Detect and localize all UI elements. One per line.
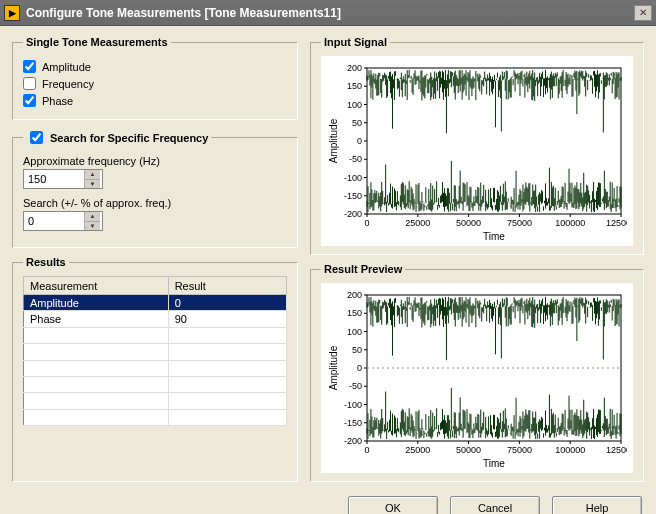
svg-text:100000: 100000 [555, 218, 585, 228]
table-row[interactable] [24, 327, 287, 343]
close-button[interactable]: ✕ [634, 5, 652, 21]
search-freq-legend: Search for Specific Frequency [23, 128, 211, 147]
cell-measurement [24, 344, 169, 360]
search-pct-input[interactable] [24, 212, 84, 230]
cell-measurement [24, 327, 169, 343]
search-pct-down[interactable]: ▼ [84, 222, 100, 231]
approx-freq-up[interactable]: ▲ [84, 170, 100, 180]
titlebar: ▶ Configure Tone Measurements [Tone Meas… [0, 0, 656, 26]
input-signal-chart: -200-150-100-500501001502000250005000075… [321, 56, 633, 246]
approx-freq-down[interactable]: ▼ [84, 180, 100, 189]
svg-text:0: 0 [357, 136, 362, 146]
svg-text:0: 0 [364, 218, 369, 228]
svg-text:25000: 25000 [405, 218, 430, 228]
help-button[interactable]: Help [552, 496, 642, 514]
svg-text:Time: Time [483, 231, 505, 242]
svg-text:100: 100 [347, 327, 362, 337]
search-pct-field[interactable]: ▲ ▼ [23, 211, 103, 231]
cell-result: 0 [168, 295, 286, 311]
svg-text:Amplitude: Amplitude [328, 345, 339, 390]
cell-result [168, 360, 286, 376]
search-freq-checkbox[interactable] [30, 131, 43, 144]
search-freq-title: Search for Specific Frequency [50, 132, 208, 144]
svg-text:125000: 125000 [606, 218, 627, 228]
svg-text:-200: -200 [344, 436, 362, 446]
svg-text:0: 0 [357, 363, 362, 373]
svg-text:50: 50 [352, 345, 362, 355]
svg-text:75000: 75000 [507, 445, 532, 455]
results-table[interactable]: Measurement Result Amplitude0Phase90 [23, 276, 287, 426]
table-row[interactable] [24, 344, 287, 360]
svg-text:25000: 25000 [405, 445, 430, 455]
cell-result [168, 393, 286, 409]
dialog-content: Single Tone Measurements Amplitude Frequ… [0, 26, 656, 490]
svg-text:0: 0 [364, 445, 369, 455]
table-row[interactable] [24, 376, 287, 392]
svg-text:-200: -200 [344, 209, 362, 219]
cell-result: 90 [168, 311, 286, 327]
cell-result [168, 376, 286, 392]
col-result[interactable]: Result [168, 277, 286, 295]
col-measurement[interactable]: Measurement [24, 277, 169, 295]
svg-text:-50: -50 [349, 154, 362, 164]
button-row: OK Cancel Help [0, 490, 656, 514]
svg-text:200: 200 [347, 63, 362, 73]
right-column: Input Signal -200-150-100-50050100150200… [310, 36, 644, 482]
cell-measurement [24, 409, 169, 425]
svg-text:Time: Time [483, 458, 505, 469]
single-tone-legend: Single Tone Measurements [23, 36, 171, 48]
cell-result [168, 344, 286, 360]
frequency-label: Frequency [42, 78, 94, 90]
table-row[interactable] [24, 409, 287, 425]
svg-text:100000: 100000 [555, 445, 585, 455]
svg-text:200: 200 [347, 290, 362, 300]
window-title: Configure Tone Measurements [Tone Measur… [26, 6, 634, 20]
result-preview-group: Result Preview -200-150-100-500501001502… [310, 263, 644, 482]
svg-text:50000: 50000 [456, 218, 481, 228]
amplitude-label: Amplitude [42, 61, 91, 73]
svg-text:-150: -150 [344, 191, 362, 201]
input-signal-legend: Input Signal [321, 36, 390, 48]
phase-checkbox[interactable] [23, 94, 36, 107]
cell-measurement [24, 393, 169, 409]
table-row[interactable]: Phase90 [24, 311, 287, 327]
cell-result [168, 409, 286, 425]
ok-button[interactable]: OK [348, 496, 438, 514]
approx-freq-input[interactable] [24, 170, 84, 188]
svg-text:-150: -150 [344, 418, 362, 428]
frequency-checkbox[interactable] [23, 77, 36, 90]
cell-measurement: Amplitude [24, 295, 169, 311]
svg-text:75000: 75000 [507, 218, 532, 228]
svg-text:125000: 125000 [606, 445, 627, 455]
amplitude-checkbox[interactable] [23, 60, 36, 73]
cell-measurement [24, 360, 169, 376]
svg-text:150: 150 [347, 81, 362, 91]
table-row[interactable]: Amplitude0 [24, 295, 287, 311]
table-row[interactable] [24, 360, 287, 376]
results-group: Results Measurement Result Amplitude0Pha… [12, 256, 298, 482]
phase-label: Phase [42, 95, 73, 107]
svg-text:150: 150 [347, 308, 362, 318]
search-pct-up[interactable]: ▲ [84, 212, 100, 222]
single-tone-group: Single Tone Measurements Amplitude Frequ… [12, 36, 298, 120]
svg-text:100: 100 [347, 100, 362, 110]
approx-freq-label: Approximate frequency (Hz) [23, 155, 287, 167]
cancel-button[interactable]: Cancel [450, 496, 540, 514]
svg-text:-100: -100 [344, 173, 362, 183]
svg-text:Amplitude: Amplitude [328, 118, 339, 163]
left-column: Single Tone Measurements Amplitude Frequ… [12, 36, 298, 482]
cell-measurement [24, 376, 169, 392]
approx-freq-field[interactable]: ▲ ▼ [23, 169, 103, 189]
search-freq-group: Search for Specific Frequency Approximat… [12, 128, 298, 248]
table-row[interactable] [24, 393, 287, 409]
svg-text:50: 50 [352, 118, 362, 128]
results-legend: Results [23, 256, 69, 268]
input-signal-group: Input Signal -200-150-100-50050100150200… [310, 36, 644, 255]
svg-text:-50: -50 [349, 381, 362, 391]
svg-text:50000: 50000 [456, 445, 481, 455]
app-icon: ▶ [4, 5, 20, 21]
search-pct-label: Search (+/- % of approx. freq.) [23, 197, 287, 209]
cell-result [168, 327, 286, 343]
result-preview-legend: Result Preview [321, 263, 405, 275]
result-preview-chart: -200-150-100-500501001502000250005000075… [321, 283, 633, 473]
